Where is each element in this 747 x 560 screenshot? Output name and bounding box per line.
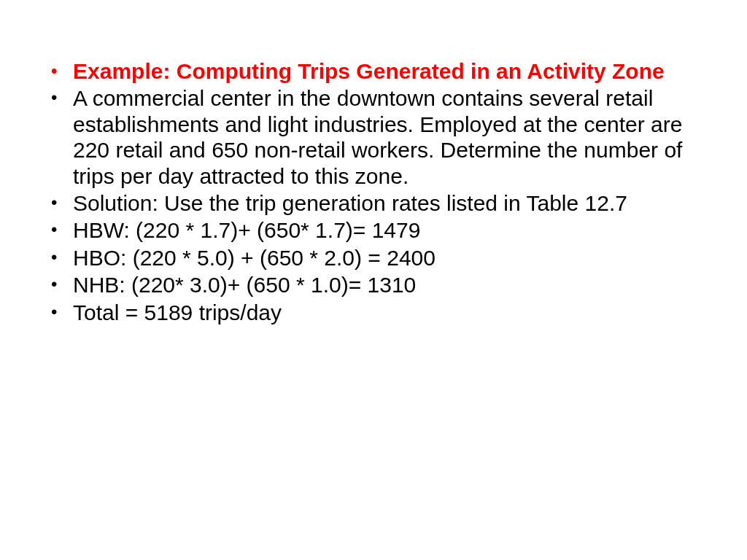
bullet-item: Solution: Use the trip generation rates … [44,190,703,216]
bullet-item: A commercial center in the downtown cont… [44,85,703,189]
slide: Example: Computing Trips Generated in an… [0,0,747,560]
bullet-list: Example: Computing Trips Generated in an… [44,58,703,325]
bullet-item: NHB: (220* 3.0)+ (650 * 1.0)= 1310 [44,272,703,298]
bullet-title: Example: Computing Trips Generated in an… [44,58,703,84]
bullet-item: HBW: (220 * 1.7)+ (650* 1.7)= 1479 [44,217,703,243]
bullet-item: Total = 5189 trips/day [44,300,703,325]
bullet-item: HBO: (220 * 5.0) + (650 * 2.0) = 2400 [44,245,703,271]
